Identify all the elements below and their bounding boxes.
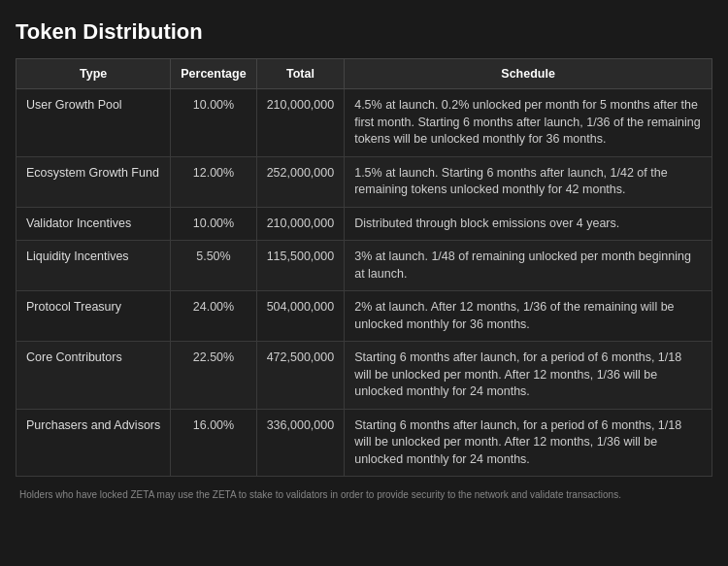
table-header-row: Type Percentage Total Schedule [17, 59, 712, 89]
cell-type: User Growth Pool [17, 89, 171, 157]
cell-schedule: Starting 6 months after launch, for a pe… [345, 342, 712, 410]
table-row: Core Contributors22.50%472,500,000Starti… [17, 342, 712, 410]
cell-percentage: 10.00% [171, 89, 256, 157]
cell-schedule: Starting 6 months after launch, for a pe… [345, 409, 712, 477]
cell-type: Protocol Treasury [17, 291, 171, 342]
table-row: Validator Incentives10.00%210,000,000Dis… [17, 207, 712, 241]
cell-percentage: 12.00% [171, 156, 256, 207]
footer-note: Holders who have locked ZETA may use the… [16, 486, 712, 503]
cell-total: 115,500,000 [256, 241, 345, 291]
table-row: Ecosystem Growth Fund12.00%252,000,0001.… [17, 156, 712, 207]
cell-schedule: 2% at launch. After 12 months, 1/36 of t… [345, 291, 712, 342]
cell-schedule: 4.5% at launch. 0.2% unlocked per month … [345, 89, 712, 157]
cell-schedule: 3% at launch. 1/48 of remaining unlocked… [345, 241, 712, 291]
cell-type: Ecosystem Growth Fund [17, 156, 171, 207]
table-row: Purchasers and Advisors16.00%336,000,000… [17, 409, 712, 477]
cell-type: Core Contributors [17, 342, 171, 410]
col-header-percentage: Percentage [171, 59, 256, 89]
cell-percentage: 24.00% [171, 291, 256, 342]
cell-percentage: 5.50% [171, 241, 256, 291]
cell-schedule: 1.5% at launch. Starting 6 months after … [345, 156, 712, 207]
cell-type: Liquidity Incentives [17, 241, 171, 291]
table-row: User Growth Pool10.00%210,000,0004.5% at… [17, 89, 712, 157]
col-header-schedule: Schedule [345, 59, 712, 89]
page-title: Token Distribution [16, 19, 712, 45]
cell-percentage: 22.50% [171, 342, 256, 410]
cell-total: 210,000,000 [256, 207, 345, 241]
token-distribution-table: Type Percentage Total Schedule User Grow… [16, 58, 712, 477]
cell-total: 252,000,000 [256, 156, 345, 207]
cell-total: 210,000,000 [256, 89, 345, 157]
col-header-total: Total [256, 59, 345, 89]
cell-type: Purchasers and Advisors [17, 409, 171, 477]
col-header-type: Type [17, 59, 171, 89]
cell-total: 336,000,000 [256, 409, 345, 477]
cell-total: 504,000,000 [256, 291, 345, 342]
cell-percentage: 10.00% [171, 207, 256, 241]
cell-schedule: Distributed through block emissions over… [345, 207, 712, 241]
cell-total: 472,500,000 [256, 342, 345, 410]
table-row: Protocol Treasury24.00%504,000,0002% at … [17, 291, 712, 342]
cell-percentage: 16.00% [171, 409, 256, 477]
table-row: Liquidity Incentives5.50%115,500,0003% a… [17, 241, 712, 291]
cell-type: Validator Incentives [17, 207, 171, 241]
